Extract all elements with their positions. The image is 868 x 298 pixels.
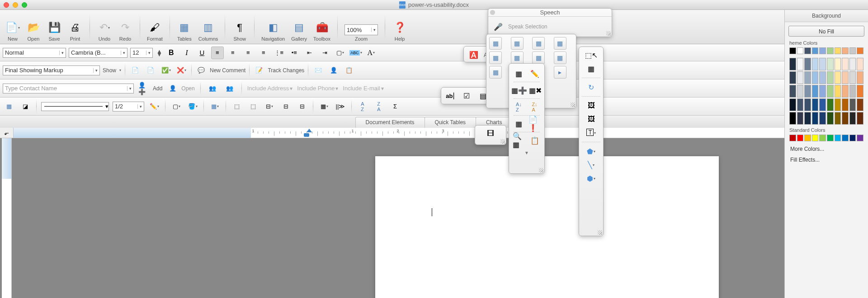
text-direction-button[interactable]: ||≫ bbox=[334, 100, 347, 113]
color-swatch[interactable] bbox=[797, 71, 804, 84]
print-button[interactable]: 🖨Print bbox=[65, 19, 85, 43]
remove-button[interactable]: 👥 bbox=[223, 82, 236, 95]
color-swatch[interactable] bbox=[827, 71, 834, 84]
selection-tool-icon[interactable]: ⬚↖ bbox=[585, 50, 598, 61]
help-button[interactable]: ❓Help bbox=[390, 19, 410, 43]
bold-button[interactable]: B bbox=[165, 47, 178, 59]
color-swatch[interactable] bbox=[812, 58, 819, 70]
color-swatch[interactable] bbox=[857, 85, 863, 98]
gallery-button[interactable]: ▤Gallery bbox=[289, 19, 309, 43]
wordart-icon[interactable]: 🖼 bbox=[585, 114, 598, 125]
color-swatch[interactable] bbox=[812, 98, 819, 111]
align-cells-button[interactable]: ⊟▾ bbox=[263, 100, 276, 113]
color-swatch[interactable] bbox=[835, 135, 841, 141]
color-swatch[interactable] bbox=[849, 47, 856, 54]
tab-quick-tables[interactable]: Quick Tables bbox=[425, 117, 476, 128]
color-swatch[interactable] bbox=[797, 98, 804, 111]
indent-button[interactable]: ⇥ bbox=[319, 47, 331, 59]
color-swatch[interactable] bbox=[835, 58, 841, 70]
close-icon[interactable] bbox=[490, 10, 495, 15]
delete-record-icon[interactable]: ▦✖ bbox=[529, 85, 542, 96]
color-swatch[interactable] bbox=[804, 112, 811, 125]
color-swatch[interactable] bbox=[797, 135, 804, 141]
speak-selection-button[interactable]: 🎤 Speak Selection bbox=[491, 19, 609, 34]
color-swatch[interactable] bbox=[849, 135, 856, 141]
table-style-option[interactable]: ▦ bbox=[554, 51, 566, 64]
media-palette[interactable]: 🎞 bbox=[475, 125, 506, 145]
prev-change-button[interactable]: 📄 bbox=[129, 64, 142, 77]
table-style-option[interactable]: ▦ bbox=[489, 37, 502, 50]
zoom-window-button[interactable] bbox=[22, 2, 27, 8]
color-swatch[interactable] bbox=[842, 112, 849, 125]
reject-button[interactable]: ❌▾ bbox=[175, 64, 188, 77]
textbox-icon[interactable]: 🅃▾ bbox=[585, 127, 598, 138]
distribute-cols-button[interactable]: ⊟ bbox=[296, 100, 308, 113]
redo-button[interactable]: ↷Redo bbox=[115, 19, 135, 43]
color-swatch[interactable] bbox=[842, 58, 849, 70]
page[interactable] bbox=[375, 156, 719, 298]
next-change-button[interactable]: 📄 bbox=[144, 64, 157, 77]
align-left-button[interactable]: ≡ bbox=[211, 47, 224, 59]
expand-arrow-icon[interactable]: ▼ bbox=[509, 150, 544, 157]
color-swatch[interactable] bbox=[812, 47, 819, 54]
data-form-icon[interactable]: ▦ bbox=[513, 68, 525, 79]
color-swatch[interactable] bbox=[857, 71, 863, 84]
color-swatch[interactable] bbox=[849, 98, 856, 111]
shapes-icon[interactable]: ⬟▾ bbox=[585, 146, 598, 157]
outdent-button[interactable]: ⇤ bbox=[303, 47, 316, 59]
grid-icon[interactable]: ▦ bbox=[585, 63, 598, 74]
color-swatch[interactable] bbox=[819, 112, 826, 125]
border-color-button[interactable]: ✏️▾ bbox=[148, 100, 160, 113]
color-swatch[interactable] bbox=[804, 71, 811, 84]
underline-button[interactable]: U bbox=[196, 47, 208, 59]
color-swatch[interactable] bbox=[819, 98, 826, 111]
merge-cells-button[interactable]: ⬚ bbox=[231, 100, 243, 113]
database-palette[interactable]: ▦✏️ ▦➕▦✖ A↓ZZ↓A ▦📄❗ 🔍▦📋 ▼ bbox=[509, 63, 545, 174]
checkbox-field-icon[interactable]: ☑ bbox=[460, 90, 473, 101]
track-changes-button[interactable]: 📝Track Changes bbox=[253, 65, 304, 76]
color-swatch[interactable] bbox=[827, 135, 834, 141]
color-swatch[interactable] bbox=[797, 85, 804, 98]
color-swatch[interactable] bbox=[797, 58, 804, 70]
draw-table-button[interactable]: ▦ bbox=[3, 100, 15, 113]
color-swatch[interactable] bbox=[804, 58, 811, 70]
add-all-button[interactable]: 👥 bbox=[206, 82, 219, 95]
color-swatch[interactable] bbox=[804, 85, 811, 98]
color-swatch[interactable] bbox=[789, 58, 796, 70]
format-button[interactable]: 🖌Format bbox=[145, 19, 165, 43]
numbered-list-button[interactable]: ⋮≡ bbox=[273, 47, 285, 59]
toolbox-button[interactable]: 🧰Toolbox bbox=[311, 19, 333, 43]
table-style-option[interactable]: ▦ bbox=[511, 37, 524, 50]
color-swatch[interactable] bbox=[827, 98, 834, 111]
line-tool-icon[interactable]: ╲▾ bbox=[585, 159, 598, 170]
table-style-option[interactable]: ▦ bbox=[489, 66, 502, 79]
new-button[interactable]: 📄▾New bbox=[3, 19, 23, 43]
table-style-option[interactable]: ▦ bbox=[511, 51, 524, 64]
markup-view-select[interactable]: Final Showing Markup▾ bbox=[3, 65, 100, 75]
color-swatch[interactable] bbox=[835, 71, 841, 84]
sort-asc-button[interactable]: AZ bbox=[356, 100, 369, 113]
color-swatch[interactable] bbox=[842, 71, 849, 84]
color-swatch[interactable] bbox=[835, 47, 841, 54]
table-style-option[interactable]: ▦ bbox=[489, 51, 502, 64]
color-swatch[interactable] bbox=[819, 71, 826, 84]
color-swatch[interactable] bbox=[819, 58, 826, 70]
autofit-button[interactable]: ▦▾ bbox=[318, 100, 330, 113]
include-email-menu[interactable]: Include E-mail ▾ bbox=[343, 85, 383, 92]
size-select[interactable]: 12▾ bbox=[130, 48, 153, 58]
open-button[interactable]: 📂Open bbox=[24, 19, 43, 43]
bulleted-list-button[interactable]: •≡ bbox=[288, 47, 301, 59]
show-menu[interactable]: Show▾ bbox=[103, 67, 121, 74]
color-swatch[interactable] bbox=[804, 98, 811, 111]
edit-record-icon[interactable]: ✏️ bbox=[528, 68, 541, 79]
add-record-icon[interactable]: ▦➕ bbox=[513, 85, 525, 96]
color-swatch[interactable] bbox=[835, 85, 841, 98]
minimize-window-button[interactable] bbox=[13, 2, 18, 8]
color-swatch[interactable] bbox=[789, 135, 796, 141]
color-swatch[interactable] bbox=[812, 71, 819, 84]
save-button[interactable]: 💾Save bbox=[44, 19, 64, 43]
rotate-icon[interactable]: ↻ bbox=[585, 82, 598, 93]
navigation-button[interactable]: ◧Navigation bbox=[259, 19, 287, 43]
line-weight-select[interactable]: 1/2▾ bbox=[113, 102, 144, 112]
open-contact-button[interactable]: 👤Open bbox=[167, 83, 194, 94]
